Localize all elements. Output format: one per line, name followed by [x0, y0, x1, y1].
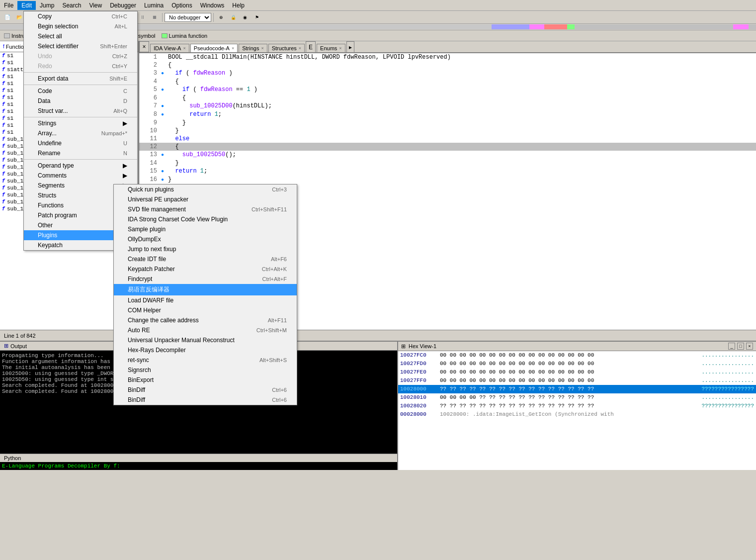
menu-segments-label: Segments — [38, 182, 65, 189]
toolbar-extra4[interactable]: ⚑ — [252, 12, 262, 22]
hex-content[interactable]: 10027FC0 00 00 00 00 00 00 00 00 00 00 0… — [398, 351, 756, 470]
tab-enums-close[interactable]: × — [339, 46, 341, 51]
line-dot-14 — [161, 159, 168, 167]
menu-copy[interactable]: Copy Ctrl+C — [24, 11, 137, 21]
menu-data[interactable]: Data D — [24, 96, 137, 106]
menu-operand-type[interactable]: Operand type ▶ — [24, 161, 137, 171]
hex-max-btn[interactable]: □ — [737, 343, 744, 350]
plugin-signsrch[interactable]: Signsrch — [114, 365, 297, 375]
plugin-findcrypt[interactable]: Findcrypt Ctrl+Alt+F — [114, 274, 297, 284]
code-line-16: 16 ● } — [139, 176, 756, 184]
menu-export-data[interactable]: Export data Shift+E — [24, 74, 137, 84]
plugin-binexport[interactable]: BinExport — [114, 375, 297, 385]
menu-export-data-shortcut: Shift+E — [109, 76, 127, 82]
plugin-change-callee[interactable]: Change the callee address Alt+F11 — [114, 315, 297, 325]
menu-rename[interactable]: Rename N — [24, 148, 137, 158]
menu-array[interactable]: Array... Numpad+* — [24, 128, 137, 138]
toolbar-extra1[interactable]: ⊕ — [216, 12, 227, 22]
plugin-quick-run[interactable]: Quick run plugins Ctrl+3 — [114, 185, 297, 194]
hex-ascii-3: ................ — [701, 377, 754, 384]
plugin-com-helper[interactable]: COM Helper — [114, 305, 297, 315]
debugger-select[interactable]: No debugger — [165, 13, 211, 22]
plugin-load-dwarf[interactable]: Load DWARF file — [114, 295, 297, 305]
hex-bytes-6: ?? ?? ?? ?? ?? ?? ?? ?? ?? ?? ?? ?? ?? ?… — [440, 402, 701, 410]
menu-other-label: Other — [38, 222, 53, 229]
plugin-jump-fixup[interactable]: Jump to next fixup — [114, 244, 297, 254]
plugin-pe-unpacker[interactable]: Universal PE unpacker — [114, 194, 297, 204]
line-dot-2 — [161, 61, 168, 69]
menu-windows[interactable]: Windows — [196, 1, 229, 10]
line-num-11: 11 — [141, 135, 161, 143]
code-line-5: 5 ● if ( fdwReason == 1 ) — [139, 86, 756, 94]
plugin-ret-sync[interactable]: ret-sync Alt+Shift+S — [114, 355, 297, 365]
hex-ascii-6: ???????????????? — [701, 402, 754, 410]
plugin-bindiff-2[interactable]: BinDiff Ctrl+6 — [114, 395, 297, 405]
menu-help[interactable]: Help — [228, 1, 249, 10]
line-content-2: { — [168, 61, 754, 69]
line-dot-12 — [161, 143, 168, 151]
menu-jump[interactable]: Jump — [36, 1, 58, 10]
menu-lumina[interactable]: Lumina — [140, 1, 168, 10]
plugin-charset[interactable]: IDA Strong Charset Code View Plugin — [114, 214, 297, 224]
plugin-sample[interactable]: Sample plugin — [114, 224, 297, 234]
tab-strings-close[interactable]: × — [261, 46, 263, 51]
line-num-3: 3 — [141, 69, 161, 77]
plugin-auto-re-shortcut: Ctrl+Shift+M — [256, 327, 287, 333]
menu-undefine[interactable]: Undefine U — [24, 138, 137, 148]
menu-struct-var[interactable]: Struct var... Alt+Q — [24, 106, 137, 116]
toolbar-extra2[interactable]: 🔒 — [228, 12, 239, 22]
legend-lumina-color — [162, 33, 168, 38]
tab-strings[interactable]: Strings × — [239, 44, 267, 52]
tab-pseudocode-close[interactable]: × — [232, 46, 234, 51]
tab-pseudocode[interactable]: Pseudocode-A × — [190, 44, 238, 52]
menu-begin-selection[interactable]: Begin selection Alt+L — [24, 21, 137, 31]
plugin-ollydump[interactable]: OllyDumpEx — [114, 234, 297, 244]
tab-ida-view[interactable]: IDA View-A × — [150, 44, 189, 52]
tab-add[interactable]: ▸ — [346, 41, 354, 52]
menu-file[interactable]: File — [0, 1, 17, 10]
menu-rename-label: Rename — [38, 150, 60, 157]
plugin-findcrypt-shortcut: Ctrl+Alt+F — [262, 276, 287, 282]
tab-structures-label: Structures — [272, 45, 297, 51]
line-num-10: 10 — [141, 127, 161, 135]
menu-structs-label: Structs — [38, 192, 56, 199]
plugin-hexrays[interactable]: Hex-Rays Decompiler — [114, 345, 297, 355]
toolbar-new[interactable]: 📄 — [2, 12, 13, 22]
menu-code[interactable]: Code C — [24, 86, 137, 96]
menu-strings[interactable]: Strings ▶ — [24, 118, 137, 128]
hex-min-btn[interactable]: _ — [728, 343, 735, 350]
func-name-1: s1 — [7, 60, 13, 66]
plugin-bindiff-1[interactable]: BinDiff Ctrl+6 — [114, 385, 297, 395]
tab-structures[interactable]: Structures × — [268, 44, 305, 52]
line-content-4: { — [168, 78, 754, 86]
menu-view[interactable]: View — [85, 1, 106, 10]
tab-enums-icon[interactable]: E — [306, 41, 316, 52]
menu-select-identifier[interactable]: Select identifier Shift+Enter — [24, 41, 137, 51]
menu-edit[interactable]: Edit — [17, 1, 36, 10]
tab-structures-close[interactable]: × — [299, 46, 301, 51]
plugin-svd[interactable]: SVD file management Ctrl+Shift+F11 — [114, 204, 297, 214]
plugin-auto-re[interactable]: Auto RE Ctrl+Shift+M — [114, 325, 297, 335]
line-content-3: if ( fdwReason ) — [168, 69, 754, 77]
menu-options[interactable]: Options — [168, 1, 196, 10]
plugin-create-idt[interactable]: Create IDT file Alt+F6 — [114, 254, 297, 264]
hex-bytes-7: 10028000: .idata:ImageList_GetIcon (Sync… — [440, 411, 754, 418]
plugin-yi-language[interactable]: 易语言反编译器 — [114, 284, 297, 295]
menu-debugger[interactable]: Debugger — [106, 1, 140, 10]
hex-close-btn[interactable]: × — [746, 343, 753, 350]
toolbar-extra3[interactable]: ◉ — [240, 12, 251, 22]
plugin-universal-unpacker[interactable]: Universal Unpacker Manual Reconstruct — [114, 335, 297, 345]
hex-line-5: 10028010 00 00 00 00 ?? ?? ?? ?? ?? ?? ?… — [398, 393, 756, 402]
toolbar-stop[interactable]: ⏹ — [149, 12, 160, 22]
tab-ida-view-close[interactable]: × — [183, 46, 185, 51]
toolbar-pause[interactable]: ⏸ — [137, 12, 148, 22]
menu-search[interactable]: Search — [58, 1, 85, 10]
tab-enums[interactable]: Enums × — [317, 44, 345, 52]
plugin-keypatch-patcher[interactable]: Keypatch Patcher Ctrl+Alt+K — [114, 264, 297, 274]
tab-close-all[interactable]: × — [139, 41, 149, 52]
menu-select-all[interactable]: Select all — [24, 31, 137, 41]
hex-bytes-2: 00 00 00 00 00 00 00 00 00 00 00 00 00 0… — [440, 369, 701, 376]
line-num-5: 5 — [141, 86, 161, 93]
python-tab[interactable]: Python — [0, 454, 397, 462]
menu-comments[interactable]: Comments ▶ — [24, 171, 137, 181]
